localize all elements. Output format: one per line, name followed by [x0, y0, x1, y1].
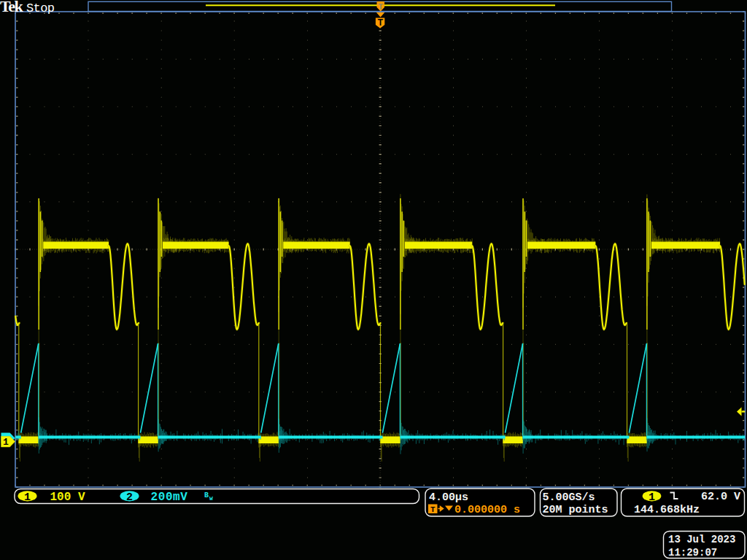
svg-text:1: 1 [3, 437, 9, 448]
svg-text:200mV: 200mV [151, 491, 188, 504]
svg-text:T: T [378, 18, 384, 28]
svg-text:0.000000 s: 0.000000 s [454, 504, 520, 516]
svg-text:11:29:07: 11:29:07 [668, 547, 717, 559]
svg-text:W: W [209, 495, 213, 502]
svg-text:20M points: 20M points [543, 504, 608, 516]
svg-text:Stop: Stop [26, 1, 55, 15]
svg-text:100 V: 100 V [50, 491, 85, 504]
svg-text:Tek: Tek [0, 0, 23, 15]
svg-text:13 Jul 2023: 13 Jul 2023 [668, 534, 735, 545]
svg-text:144.668kHz: 144.668kHz [634, 504, 700, 516]
svg-text:62.0 V: 62.0 V [701, 491, 740, 503]
svg-text:5.00GS/s: 5.00GS/s [543, 491, 595, 504]
svg-text:1: 1 [649, 491, 655, 504]
svg-text:B: B [204, 491, 209, 499]
svg-text:1: 1 [24, 491, 31, 504]
svg-text:T: T [430, 505, 436, 514]
svg-text:2: 2 [126, 491, 133, 504]
svg-text:T: T [378, 2, 383, 11]
svg-text:4.00µs: 4.00µs [429, 491, 468, 504]
